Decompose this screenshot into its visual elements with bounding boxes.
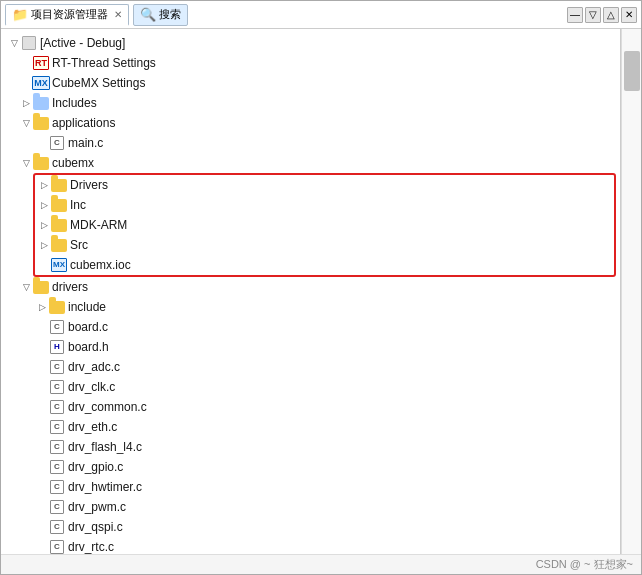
- drv-flash-label: drv_flash_l4.c: [68, 437, 142, 457]
- drv-hwtimer-label: drv_hwtimer.c: [68, 477, 142, 497]
- include-folder-icon: [49, 299, 65, 315]
- minimize-button[interactable]: —: [567, 7, 583, 23]
- root-label: [Active - Debug]: [40, 33, 125, 53]
- tree-item-drv-rtc[interactable]: ▷ C drv_rtc.c: [1, 537, 620, 554]
- drv-pwm-icon: C: [49, 499, 65, 515]
- src-toggle[interactable]: ▷: [37, 238, 51, 252]
- includes-label: Includes: [52, 93, 97, 113]
- rt-icon: RT: [33, 55, 49, 71]
- tree-item-drivers-sub[interactable]: ▷ Drivers: [35, 175, 614, 195]
- tab-project-explorer[interactable]: 📁 项目资源管理器 ✕: [5, 4, 129, 26]
- watermark-text: CSDN @ ~ 狂想家~: [536, 557, 633, 572]
- tree-item-cubemx-settings[interactable]: ▷ MX CubeMX Settings: [1, 73, 620, 93]
- includes-folder-icon: [33, 95, 49, 111]
- drv-rtc-icon: C: [49, 539, 65, 554]
- include-label: include: [68, 297, 106, 317]
- inc-label: Inc: [70, 195, 86, 215]
- tree-item-drv-clk[interactable]: ▷ C drv_clk.c: [1, 377, 620, 397]
- tree-item-drivers[interactable]: ▽ drivers: [1, 277, 620, 297]
- drv-pwm-label: drv_pwm.c: [68, 497, 126, 517]
- tree-item-rt-thread[interactable]: ▷ RT RT-Thread Settings: [1, 53, 620, 73]
- arrow-up-button[interactable]: △: [603, 7, 619, 23]
- src-label: Src: [70, 235, 88, 255]
- tree-item-drv-hwtimer[interactable]: ▷ C drv_hwtimer.c: [1, 477, 620, 497]
- project-explorer-icon: 📁: [12, 7, 28, 22]
- tree-item-include[interactable]: ▷ include: [1, 297, 620, 317]
- maximize-button[interactable]: ▽: [585, 7, 601, 23]
- tree-item-applications[interactable]: ▽ applications: [1, 113, 620, 133]
- tree-item-board-c[interactable]: ▷ C board.c: [1, 317, 620, 337]
- scroll-up-btn[interactable]: [622, 29, 641, 49]
- tree-item-cubemx[interactable]: ▽ cubemx: [1, 153, 620, 173]
- tab-project-explorer-label: 项目资源管理器: [31, 7, 108, 22]
- drivers-sub-label: Drivers: [70, 175, 108, 195]
- tree-item-drv-common[interactable]: ▷ C drv_common.c: [1, 397, 620, 417]
- cubemx-settings-label: CubeMX Settings: [52, 73, 145, 93]
- tree-item-src[interactable]: ▷ Src: [35, 235, 614, 255]
- mdk-toggle[interactable]: ▷: [37, 218, 51, 232]
- tab-close-icon[interactable]: ✕: [114, 9, 122, 20]
- highlight-region: ▷ Drivers ▷ Inc ▷: [33, 173, 616, 277]
- board-c-icon: C: [49, 319, 65, 335]
- tree-root[interactable]: ▽ [Active - Debug]: [1, 33, 620, 53]
- applications-toggle[interactable]: ▽: [19, 116, 33, 130]
- tree-item-includes[interactable]: ▷ Includes: [1, 93, 620, 113]
- tree-item-drv-gpio[interactable]: ▷ C drv_gpio.c: [1, 457, 620, 477]
- drv-adc-icon: C: [49, 359, 65, 375]
- search-tab-icon: 🔍: [140, 7, 156, 22]
- tree-item-drv-flash[interactable]: ▷ C drv_flash_l4.c: [1, 437, 620, 457]
- scrollbar-panel[interactable]: [621, 29, 641, 554]
- ioc-file-icon: MX: [51, 257, 67, 273]
- drivers-sub-icon: [51, 177, 67, 193]
- title-bar: 📁 项目资源管理器 ✕ 🔍 搜索 — ▽ △ ✕: [1, 1, 641, 29]
- window-actions: — ▽ △ ✕: [567, 7, 637, 23]
- drv-qspi-icon: C: [49, 519, 65, 535]
- root-icon: [21, 35, 37, 51]
- drv-clk-icon: C: [49, 379, 65, 395]
- cubemx-toggle[interactable]: ▽: [19, 156, 33, 170]
- inc-toggle[interactable]: ▷: [37, 198, 51, 212]
- mdk-label: MDK-ARM: [70, 215, 127, 235]
- tree-item-drv-eth[interactable]: ▷ C drv_eth.c: [1, 417, 620, 437]
- drivers-folder-icon: [33, 279, 49, 295]
- tree-item-cubemx-ioc[interactable]: ▷ MX cubemx.ioc: [35, 255, 614, 275]
- drivers-toggle[interactable]: ▽: [19, 280, 33, 294]
- drv-hwtimer-icon: C: [49, 479, 65, 495]
- tree-item-drv-qspi[interactable]: ▷ C drv_qspi.c: [1, 517, 620, 537]
- board-h-icon: H: [49, 339, 65, 355]
- root-toggle[interactable]: ▽: [7, 36, 21, 50]
- tree-panel[interactable]: ▽ [Active - Debug] ▷ RT RT-Thread Settin…: [1, 29, 621, 554]
- applications-label: applications: [52, 113, 115, 133]
- drv-eth-label: drv_eth.c: [68, 417, 117, 437]
- close-button[interactable]: ✕: [621, 7, 637, 23]
- drv-gpio-icon: C: [49, 459, 65, 475]
- inc-icon: [51, 197, 67, 213]
- board-c-label: board.c: [68, 317, 108, 337]
- main-c-icon: C: [49, 135, 65, 151]
- rt-thread-label: RT-Thread Settings: [52, 53, 156, 73]
- cubemx-label: cubemx: [52, 153, 94, 173]
- drv-flash-icon: C: [49, 439, 65, 455]
- content-area: ▽ [Active - Debug] ▷ RT RT-Thread Settin…: [1, 29, 641, 554]
- tree-item-drv-adc[interactable]: ▷ C drv_adc.c: [1, 357, 620, 377]
- tree-item-inc[interactable]: ▷ Inc: [35, 195, 614, 215]
- mx-icon: MX: [33, 75, 49, 91]
- tree-item-drv-pwm[interactable]: ▷ C drv_pwm.c: [1, 497, 620, 517]
- main-c-label: main.c: [68, 133, 103, 153]
- drv-rtc-label: drv_rtc.c: [68, 537, 114, 554]
- mdk-icon: [51, 217, 67, 233]
- tree-item-board-h[interactable]: ▷ H board.h: [1, 337, 620, 357]
- drv-adc-label: drv_adc.c: [68, 357, 120, 377]
- tree-item-main-c[interactable]: ▷ C main.c: [1, 133, 620, 153]
- tree-item-mdk-arm[interactable]: ▷ MDK-ARM: [35, 215, 614, 235]
- drv-clk-label: drv_clk.c: [68, 377, 115, 397]
- board-h-label: board.h: [68, 337, 109, 357]
- drv-gpio-label: drv_gpio.c: [68, 457, 123, 477]
- drv-common-label: drv_common.c: [68, 397, 147, 417]
- scrollbar-thumb[interactable]: [624, 51, 640, 91]
- include-toggle[interactable]: ▷: [35, 300, 49, 314]
- tab-search[interactable]: 🔍 搜索: [133, 4, 188, 26]
- drivers-label: drivers: [52, 277, 88, 297]
- includes-toggle[interactable]: ▷: [19, 96, 33, 110]
- drivers-sub-toggle[interactable]: ▷: [37, 178, 51, 192]
